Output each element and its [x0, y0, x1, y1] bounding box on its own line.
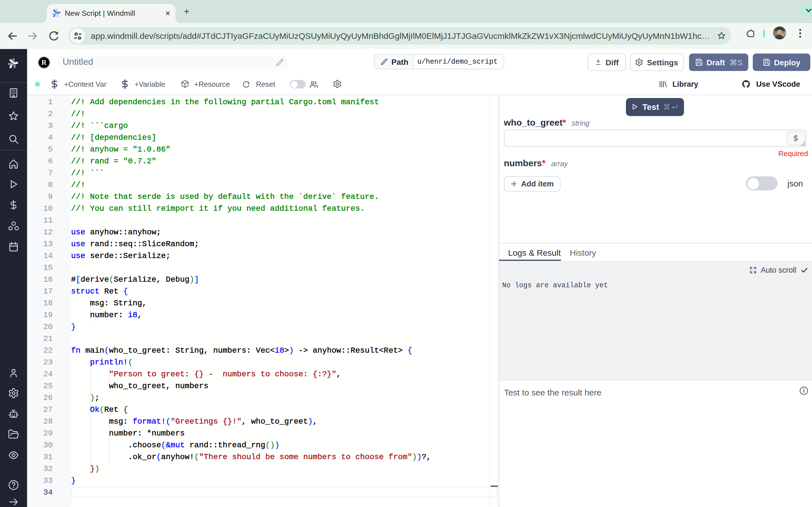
svg-text:R: R [42, 59, 47, 66]
